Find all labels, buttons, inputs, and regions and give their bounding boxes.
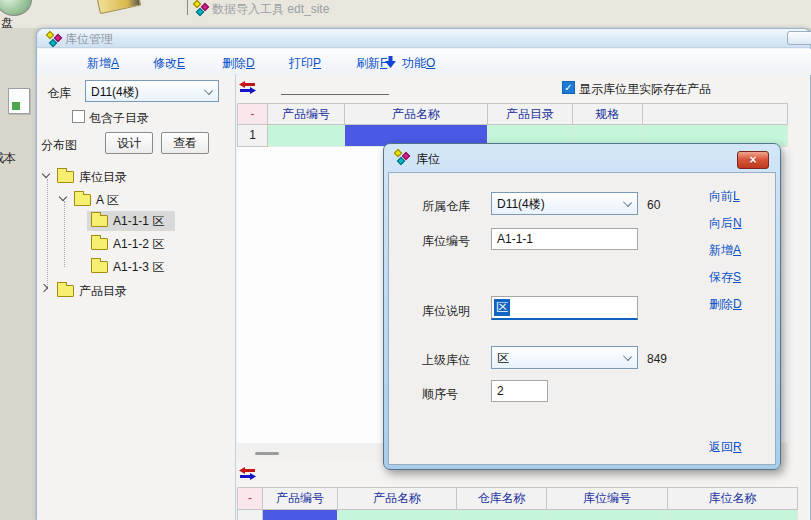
delete-link[interactable]: 删除D (709, 296, 742, 313)
view-button[interactable]: 查看 (161, 132, 209, 154)
sequence-label: 顺序号 (422, 386, 458, 403)
tree-item-zone-a[interactable]: A 区 (37, 189, 227, 209)
dialog-body: 所属仓库 D11(4楼) 60 库位编号 A1-1-1 库位说明 区 上级库位 … (388, 172, 776, 465)
location-code-input[interactable]: A1-1-1 (491, 228, 638, 250)
toolbar: 新增A 修改E 删除D 打印P 刷新F 功能O (38, 49, 811, 75)
top-table-header-product-code[interactable]: 产品编号 (268, 103, 345, 125)
tree-connector (64, 201, 65, 267)
top-table-corner-header[interactable]: - (237, 103, 268, 125)
close-icon: × (749, 153, 756, 167)
bottom-table-row1-cell-name[interactable] (338, 510, 457, 520)
bottom-table-corner-header[interactable]: - (237, 487, 263, 510)
toolbar-print-button[interactable]: 打印P (289, 55, 321, 72)
splitter-handle[interactable] (255, 452, 279, 455)
tree-item-a1-1-1-selected[interactable]: A1-1-1 区 (87, 211, 175, 231)
dialog-title: 库位 (416, 151, 440, 168)
background-tab-title[interactable]: 数据导入工具 edt_site (212, 1, 329, 18)
show-products-checkbox[interactable]: ✓ (562, 81, 575, 94)
window-title: 库位管理 (65, 31, 113, 48)
screen: 数据导入工具 edt_site 盘 成本 库位管理 新增A 修改E 删除D 打印… (0, 0, 811, 520)
location-dialog: 库位 × 所属仓库 D11(4楼) 60 库位编号 A1-1-1 库位说明 区 … (383, 143, 781, 470)
top-table-header-spec[interactable]: 规格 (573, 103, 643, 125)
desktop-pencil-icon[interactable] (97, 0, 141, 14)
desktop-partial-label-side: 成本 (0, 150, 16, 167)
column-adjust-icon[interactable] (239, 81, 256, 94)
desktop-top-strip: 数据导入工具 edt_site (0, 0, 811, 28)
tree-item-location-root[interactable]: 库位目录 (37, 166, 227, 186)
top-table-header-empty[interactable] (643, 103, 788, 125)
top-table-row1-header[interactable]: 1 (237, 125, 268, 147)
toolbar-add-button[interactable]: 新增A (87, 55, 119, 72)
chevron-down-icon (204, 86, 213, 95)
toolbar-refresh-button[interactable]: 刷新F (356, 55, 387, 72)
bottom-table-header-location-name[interactable]: 库位名称 (668, 487, 798, 510)
warehouse-combobox[interactable]: D11(4楼) (85, 80, 219, 102)
tab-divider (187, 0, 188, 15)
tree-item-a1-1-2[interactable]: A1-1-2 区 (87, 234, 227, 254)
desktop-side-icon[interactable] (8, 88, 30, 114)
show-products-label: 显示库位里实际存在产品 (579, 81, 711, 98)
next-link[interactable]: 向后N (709, 215, 742, 232)
design-button[interactable]: 设计 (105, 132, 153, 154)
bottom-table-row1-cell-loc-name[interactable] (668, 510, 798, 520)
function-arrow-icon (385, 56, 396, 69)
parent-location-label: 上级库位 (422, 352, 470, 369)
toolbar-edit-button[interactable]: 修改E (153, 55, 185, 72)
map-label: 分布图 (41, 137, 77, 154)
bottom-table-header-product-code[interactable]: 产品编号 (263, 487, 338, 510)
desktop-partial-label-top: 盘 (1, 15, 13, 32)
toolbar-delete-button[interactable]: 删除D (222, 55, 255, 72)
import-tool-tab-icon (193, 0, 211, 16)
panel-divider[interactable] (235, 74, 236, 520)
parent-count: 849 (647, 352, 667, 366)
window-icon (46, 31, 64, 47)
toolbar-function-button[interactable]: 功能O (402, 55, 435, 72)
chevron-down-icon (623, 198, 632, 207)
warehouse-count: 60 (647, 198, 660, 212)
bottom-table-header-location-code[interactable]: 库位编号 (547, 487, 668, 510)
bottom-table-header-warehouse-name[interactable]: 仓库名称 (457, 487, 547, 510)
top-table-row1-cell-code[interactable] (268, 125, 345, 147)
include-subdir-label: 包含子目录 (89, 110, 149, 127)
location-desc-input[interactable]: 区 (491, 296, 638, 320)
chevron-down-icon (623, 352, 632, 361)
desktop-globe-icon[interactable] (0, 0, 32, 16)
owner-warehouse-combobox[interactable]: D11(4楼) (491, 192, 638, 215)
bottom-table-row1-cell-loc-code[interactable] (547, 510, 668, 520)
include-subdir-checkbox[interactable] (72, 110, 85, 123)
selected-text: 区 (494, 299, 510, 316)
bottom-table-row1-header[interactable] (237, 510, 263, 520)
parent-location-combobox[interactable]: 区 (491, 346, 638, 369)
location-desc-label: 库位说明 (422, 303, 470, 320)
bottom-table-row1-cell-code-selected[interactable] (263, 510, 338, 520)
tree-item-a1-1-3[interactable]: A1-1-3 区 (87, 257, 227, 277)
save-link[interactable]: 保存S (709, 269, 741, 286)
sequence-input[interactable]: 2 (491, 380, 548, 402)
top-table-header-product-name[interactable]: 产品名称 (345, 103, 488, 125)
dialog-close-button[interactable]: × (737, 151, 769, 169)
owner-warehouse-label: 所属仓库 (422, 198, 470, 215)
tree-item-product-root[interactable]: 产品目录 (37, 280, 227, 300)
prev-link[interactable]: 向前L (709, 188, 740, 205)
return-link[interactable]: 返回R (709, 439, 742, 456)
top-table-header-product-dir[interactable]: 产品目录 (488, 103, 573, 125)
warehouse-label: 仓库 (47, 85, 71, 102)
bottom-table-header-product-name[interactable]: 产品名称 (338, 487, 457, 510)
add-link[interactable]: 新增A (709, 242, 741, 259)
bottom-table-row1-cell-warehouse[interactable] (457, 510, 547, 520)
dialog-icon (394, 149, 412, 165)
window-titlebar[interactable]: 库位管理 (37, 29, 810, 48)
window-control-button[interactable] (787, 31, 811, 45)
quick-filter-input[interactable] (281, 80, 389, 95)
location-code-label: 库位编号 (422, 233, 470, 250)
column-adjust-icon[interactable] (239, 467, 256, 480)
